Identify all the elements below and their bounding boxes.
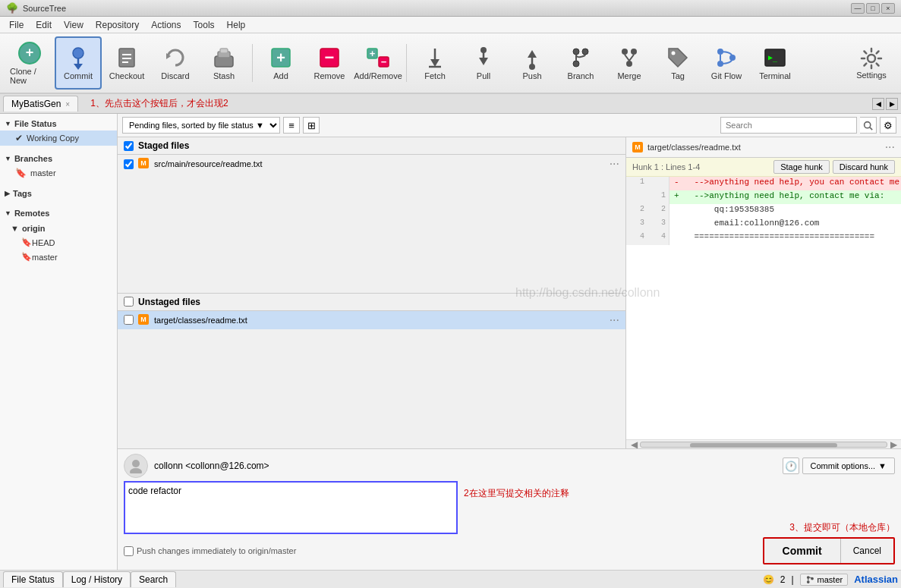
menu-file[interactable]: File xyxy=(3,18,30,32)
toolbar-discard-btn[interactable]: Discard xyxy=(152,36,199,90)
sidebar-item-remote-master[interactable]: 🔖 master xyxy=(0,250,117,264)
unstaged-file-checkbox-0[interactable] xyxy=(124,315,134,325)
commit-options-label: Commit options... xyxy=(811,461,876,470)
menu-edit[interactable]: Edit xyxy=(30,18,58,32)
menu-help[interactable]: Help xyxy=(221,18,252,32)
toolbar-remove-btn[interactable]: − Remove xyxy=(306,36,353,90)
toolbar-checkout-btn[interactable]: Checkout xyxy=(103,36,150,90)
stage-hunk-btn[interactable]: Stage hunk xyxy=(773,160,830,174)
diff-horizontal-scrollbar[interactable]: ◀ ▶ xyxy=(626,439,901,448)
minimize-btn[interactable]: — xyxy=(851,3,865,14)
close-btn[interactable]: × xyxy=(881,3,895,14)
menu-tools[interactable]: Tools xyxy=(187,18,221,32)
old-line-num-4: 4 xyxy=(626,231,647,245)
tab-close-btn[interactable]: × xyxy=(65,100,70,108)
toolbar-clone-btn[interactable]: + Clone / New xyxy=(6,36,53,90)
tab-next-btn[interactable]: ▶ xyxy=(886,98,898,110)
file-status-header[interactable]: ▼ File Status xyxy=(0,117,117,130)
diff-line-content-2: qq:195358385 xyxy=(669,204,901,218)
search-input[interactable] xyxy=(720,117,857,134)
commit-options-btn[interactable]: Commit options... ▼ xyxy=(802,458,895,474)
toolbar-pull-btn[interactable]: Pull xyxy=(460,36,507,90)
unstaged-file-entry-0[interactable]: M target/classes/readme.txt ··· xyxy=(118,311,625,329)
commit-clock-btn[interactable]: 🕐 xyxy=(783,458,799,474)
menu-repository[interactable]: Repository xyxy=(90,18,145,32)
diff-line-3: 3 3 email:collonn@126.com xyxy=(626,218,901,231)
toolbar-commit-btn[interactable]: Commit xyxy=(55,36,102,90)
commit-submit-btn[interactable]: Commit xyxy=(764,539,841,563)
remotes-header[interactable]: ▼ Remotes xyxy=(0,206,117,220)
toolbar-branch-btn[interactable]: Branch xyxy=(557,36,604,90)
scroll-right-btn[interactable]: ▶ xyxy=(887,439,899,449)
bottom-tab-search[interactable]: Search xyxy=(131,571,176,587)
svg-point-32 xyxy=(582,49,588,55)
file-list-pane: Staged files M src/main/resource/readme.… xyxy=(118,137,626,448)
repo-tab[interactable]: MyBatisGen × xyxy=(3,96,78,112)
staged-file-more-0[interactable]: ··· xyxy=(610,157,619,171)
toolbar: + Clone / New Commit Checkout Discard xyxy=(0,33,901,94)
svg-text:▶_: ▶_ xyxy=(768,53,778,62)
diff-scrollbar-track[interactable] xyxy=(640,442,887,448)
commit-bottom-row: Push changes immediately to origin/maste… xyxy=(124,537,895,564)
search-icon-btn[interactable] xyxy=(860,117,877,134)
file-filter-select[interactable]: Pending files, sorted by file status ▼ xyxy=(122,117,280,134)
diff-more-btn[interactable]: ··· xyxy=(885,140,895,154)
branch-icon xyxy=(569,46,593,70)
status-right: 😊 2 | master Atlassian xyxy=(763,574,898,586)
staged-select-all[interactable] xyxy=(124,141,134,151)
diff-scrollbar-thumb[interactable] xyxy=(690,443,837,448)
menu-view[interactable]: View xyxy=(58,18,90,32)
toolbar-addremove-btn[interactable]: + − Add/Remove xyxy=(354,36,402,90)
toolbar-tag-btn[interactable]: Tag xyxy=(654,36,701,90)
svg-point-50 xyxy=(806,580,809,583)
diff-line-nums-3: 3 3 xyxy=(626,218,669,231)
branches-header[interactable]: ▼ Branches xyxy=(0,152,117,165)
staged-file-checkbox-0[interactable] xyxy=(124,159,134,169)
hunk-label: Hunk 1 : Lines 1-4 xyxy=(632,162,700,171)
remotes-label: Remotes xyxy=(14,209,49,218)
svg-point-36 xyxy=(626,61,632,67)
toolbar-add-btn[interactable]: + Add xyxy=(257,36,304,90)
filter-list-btn[interactable]: ≡ xyxy=(283,117,300,134)
push-checkbox[interactable] xyxy=(124,546,134,556)
toolbar-fetch-btn[interactable]: Fetch xyxy=(411,36,458,90)
remotes-arrow: ▼ xyxy=(5,209,11,217)
toolbar-gitflow-btn[interactable]: Git Flow xyxy=(703,36,750,90)
scroll-left-btn[interactable]: ◀ xyxy=(628,439,640,449)
file-modified-icon: M xyxy=(138,158,149,168)
commit-message-input[interactable]: code refactor xyxy=(124,481,458,534)
diff-line-nums-4: 4 4 xyxy=(626,231,669,245)
bottom-tab-log[interactable]: Log / History xyxy=(63,571,131,587)
diff-file-icon: M xyxy=(632,142,643,153)
tab-prev-btn[interactable]: ◀ xyxy=(872,98,884,110)
menu-actions[interactable]: Actions xyxy=(145,18,187,32)
svg-point-47 xyxy=(132,460,140,467)
window-controls: — □ × xyxy=(851,3,895,14)
diff-modified-icon: M xyxy=(632,142,643,153)
tags-section: ▶ Tags xyxy=(0,184,117,203)
remotes-origin-header[interactable]: ▼ origin xyxy=(0,222,117,235)
bottom-tab-file-status[interactable]: File Status xyxy=(3,571,63,587)
filter-gear-btn[interactable]: ⚙ xyxy=(880,117,896,134)
file-modified-icon2: M xyxy=(138,314,149,325)
toolbar-stash-btn[interactable]: Stash xyxy=(200,36,247,90)
maximize-btn[interactable]: □ xyxy=(866,3,880,14)
toolbar-push-btn[interactable]: Push xyxy=(509,36,556,90)
filter-tree-btn[interactable]: ⊞ xyxy=(303,117,320,134)
old-line-num-1 xyxy=(626,190,647,204)
commit-icon xyxy=(66,46,90,70)
toolbar-settings-btn[interactable]: Settings xyxy=(848,36,895,90)
sidebar-item-working-copy[interactable]: ✔ Working Copy xyxy=(0,130,117,146)
branches-section: ▼ Branches 🔖 master xyxy=(0,149,117,184)
staged-file-entry-0[interactable]: M src/main/resource/readme.txt ··· xyxy=(118,155,625,173)
toolbar-merge-btn[interactable]: Merge xyxy=(606,36,653,90)
unstaged-select-all[interactable] xyxy=(124,297,134,307)
discard-hunk-btn[interactable]: Discard hunk xyxy=(833,160,895,174)
toolbar-terminal-btn[interactable]: ▶_ Terminal xyxy=(751,36,799,90)
sidebar-item-head[interactable]: 🔖 HEAD xyxy=(0,235,117,250)
tags-header[interactable]: ▶ Tags xyxy=(0,187,117,200)
commit-cancel-btn[interactable]: Cancel xyxy=(841,539,893,563)
unstaged-file-more-0[interactable]: ··· xyxy=(610,313,619,327)
remotes-origin-section: ▼ origin 🔖 HEAD 🔖 master xyxy=(0,220,117,266)
sidebar-item-master[interactable]: 🔖 master xyxy=(0,165,117,181)
